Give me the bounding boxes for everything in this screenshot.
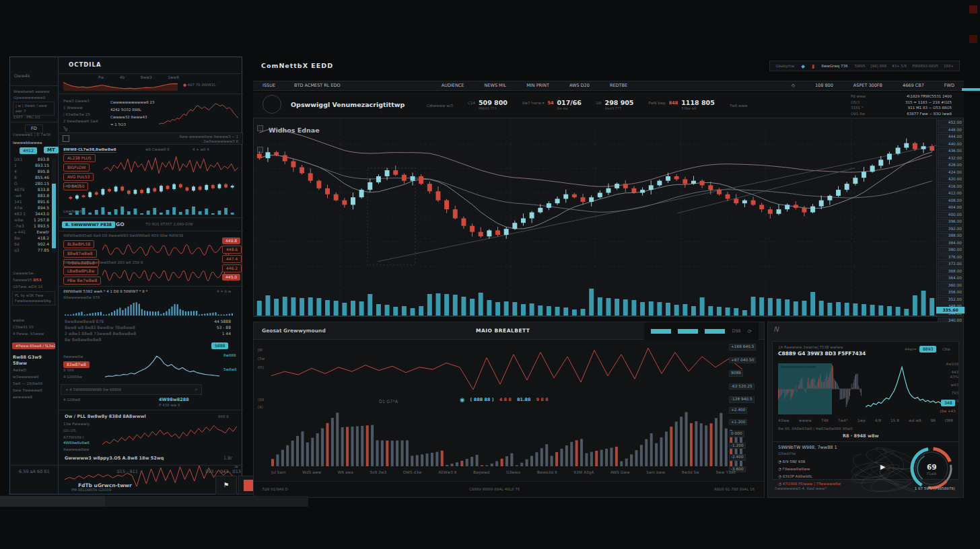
list-item[interactable]: O280.15 [11,180,52,186]
list-item: 8ww8 w8 8w83 8ww8/w 78w8ww853 - 88 [62,324,234,330]
list-item: 4 Pwww- 93www [13,332,44,336]
red-flow-tag[interactable]: #Pwww 93ww8 / 5L3w2w7 [12,342,55,349]
footer-right: A8U8 81.788 89AL 16 [714,487,755,492]
refresh-icon[interactable]: ⟳ [748,328,752,334]
list-item[interactable]: ◔ 47O998 PDwww | 7Twwwww8w [778,482,852,486]
range-chip-1[interactable] [651,329,671,334]
main-titlebar: ComNettbX EEDD Gbabyrhw ◆ ▮ 8wwGrwq 736 … [253,59,964,73]
range-chip-2[interactable] [678,329,698,334]
list-item[interactable]: 8w418.2 [11,235,52,241]
macd-histogram-chart [271,406,742,466]
list-item[interactable]: -7w31 893.5 [11,223,52,229]
list-item[interactable]: 8IGFLOW [63,163,90,172]
list-item: 13w Pwwwwly [63,422,90,427]
list-item[interactable]: AWS D20 [569,83,590,89]
fd-box[interactable]: FD [25,124,43,133]
gauge-sub: FLw8 [927,472,936,476]
blue-volume-chart [65,301,233,316]
timeframe-chip[interactable]: 4H12 [20,147,37,154]
mid-values: ◉ ( 888 88 )4 8 881.889 8 8 [460,396,549,403]
insights-panel: N 1A Rawwlww 2wwrlwj T53B wwlww C8889 G4… [767,322,964,498]
list-item[interactable]: 108 800 [815,83,833,89]
list-item[interactable]: a 441Ewwtr [11,229,52,235]
list-item[interactable]: BTD ACMEST RL EDO [294,83,341,89]
panel7-toolbar[interactable]: + 4 5WW8888WW8 8w 88888 ⌕ [61,384,202,395]
sidebar-narrow-column: Oww4k Wwwbww8 awwwwGpwwwwwwww8 | w | 8ww… [10,57,58,494]
divider [58,217,243,218]
list-item[interactable]: MIN PRINT [526,83,549,89]
narrow-rows: Wwwbww8 awwwwGpwwwwwwww8 [13,89,50,100]
list-item[interactable]: 141891.6 [11,198,52,205]
news-row: 5wwww95 D53 [13,278,41,283]
list-item: 7w8 www [730,102,748,108]
list-item[interactable]: ISSUE [262,83,275,89]
price-axis[interactable]: 452.00448.00444.00440.00436.00432.00428.… [936,118,965,318]
ticker-name: 8wwGrwq 736 [821,64,847,69]
divider [773,441,958,442]
list-item: 1 Wwwww [63,106,98,110]
range-chip-3[interactable] [705,329,725,334]
play-button[interactable]: ▶ [880,463,885,470]
list-item[interactable]: -w4883.8 [11,192,52,198]
left-sidebar: Oww4k Wwwbww8 awwwwGpwwwwwwww8 | w | 8ww… [9,57,242,495]
alert-badge: D53 [33,278,41,282]
value-chip[interactable]: 8893 [919,346,936,353]
indicator-icon[interactable]: ◉ [460,396,464,403]
list-item[interactable]: 4669 CB7 [903,83,924,89]
list-item[interactable]: AL238 PLU5 [63,154,96,162]
list-item[interactable]: 1893.15 [11,162,52,168]
list-item[interactable]: 47w894.5 [11,205,52,211]
alert-icon[interactable]: ▮ [812,63,814,69]
flag-button[interactable]: ⚑ [215,476,237,495]
list-item[interactable]: AUDIENCE [442,83,464,89]
list-item[interactable]: q377.85 [11,247,52,253]
go-button[interactable]: GO [116,221,125,227]
label: w8 Cwww8 8 [145,147,170,152]
wave-icon[interactable]: ≈ [234,464,238,470]
labels: wwbwC39w91 DY4 Pwww- 93www [13,318,44,336]
spark-a-chart [159,99,238,127]
label: 4 = 8 w [217,289,231,294]
cyan-label[interactable]: 4W89w8v8w8 [63,441,90,445]
list-item[interactable]: 483 13443.0 [11,211,52,217]
panel8-title: Ow / PLL 8w8w8y 838d 8A8wwwl [65,414,146,420]
delta-histogram-chart [271,342,742,396]
list-item[interactable]: 5d902.4 [11,241,52,247]
list-item[interactable]: DX1893.8 [11,156,52,162]
list-item[interactable]: ASPET 300FB [853,83,882,89]
list-item: A5Ww3 8 [438,470,456,474]
screener-button[interactable]: 8. 5WWWWW7 P838 [62,221,115,228]
watchlist-scrollbar-track[interactable] [52,158,56,252]
list-item[interactable]: 4895.8 [11,168,52,174]
checkbox-icon[interactable] [63,135,69,142]
list-item[interactable]: 8855.46 [11,174,52,180]
list-item[interactable]: NEWS MIL [484,83,506,89]
ticker-strip: Gbabyrhw ◆ ▮ 8wwGrwq 736 5W95[98] 86843+… [769,61,960,71]
list-item[interactable]: ◔ F8www8w8ww [778,467,852,472]
crypto-icon[interactable]: ◆ [801,63,805,69]
list-item: +1.200 [729,419,747,426]
mt-chip[interactable]: MT [44,147,59,153]
scrollbar-fragment[interactable] [962,88,980,91]
footer-numbers: 6,59 aA 60 81015 - 911593 ~ 043 . 013 [19,469,241,475]
list-item[interactable]: w9w1 257.8 [11,217,52,223]
list-item: 449.8 [222,237,240,244]
candlestick-chart[interactable] [255,120,936,316]
value-chip[interactable]: 5888 [211,342,228,349]
list-item[interactable]: ◔ 8393P A98w98L [778,474,852,479]
pl-box[interactable]: PL 9y w3K 7wwFwwbwwwwww8Ag [12,291,55,305]
list-item: 4b [120,75,125,79]
watchlist-scrollbar-thumb[interactable] [52,184,56,248]
list-item[interactable]: FWD [944,83,954,89]
search-icon[interactable]: ⌕ [195,386,198,392]
panel6-rows: 8ww8ww8ww8 87844 58888ww8 w8 8w83 8ww8/w… [62,318,234,342]
list-item[interactable]: REDTBE [610,83,627,89]
list-item: 793 [942,391,958,396]
list-subheading: G8wd/Hw [778,451,796,456]
label: 888 8 [218,414,229,419]
list-item[interactable]: 4079833.8 [11,186,52,192]
list-item: G3wwo [506,470,520,474]
list-item: 8w888 [223,353,237,358]
list-item[interactable]: ◇ [792,83,795,89]
list-item[interactable]: ◔ 8/9 5W/ 938 [778,460,852,464]
